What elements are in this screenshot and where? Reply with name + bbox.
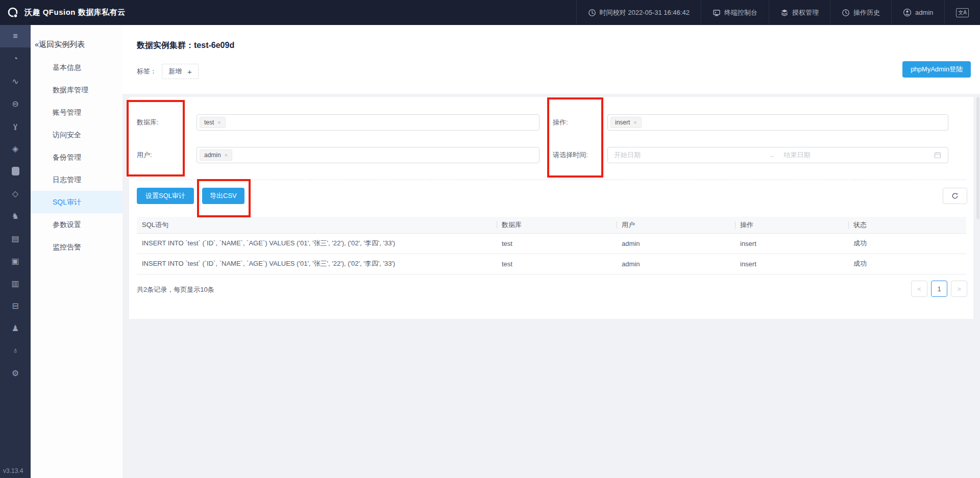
translate-icon: 文A <box>956 8 969 17</box>
remove-user-tag-icon[interactable]: × <box>225 152 228 158</box>
plus-icon: + <box>187 67 192 76</box>
col-operation: 操作 <box>735 217 848 233</box>
tag-row: 标签： 新增 + <box>137 64 199 79</box>
time-check-item[interactable]: 时间校对 2022-05-31 16:46:42 <box>576 0 701 25</box>
col-database: 数据库 <box>497 217 617 233</box>
clock-icon <box>588 9 596 17</box>
col-sql-statement: SQL语句 <box>137 217 497 233</box>
col-status: 状态 <box>848 217 966 233</box>
remove-operation-tag-icon[interactable]: × <box>633 119 636 125</box>
instance-sidebar: «返回实例列表 基本信息数据库管理账号管理访问安全备份管理日志管理SQL审计参数… <box>31 25 122 478</box>
sidebar-menu: 基本信息数据库管理账号管理访问安全备份管理日志管理SQL审计参数设置监控告警 <box>31 56 122 258</box>
prev-page-button[interactable]: < <box>911 281 927 297</box>
operation-filter-input[interactable]: insert × <box>607 114 948 131</box>
icon-rail: ≡◔∿⊖ɣ◈◇♞▤▣▥⊟♟♁⚙ v3.13.4 <box>0 25 31 478</box>
menu-collapse-icon[interactable]: ≡ <box>0 25 31 47</box>
back-to-instance-list[interactable]: «返回实例列表 <box>31 25 122 56</box>
operation-tag-chip[interactable]: insert × <box>610 117 642 128</box>
users-group-icon[interactable]: ♟ <box>0 317 31 339</box>
next-page-button[interactable]: > <box>951 281 967 297</box>
configure-sql-audit-button[interactable]: 设置SQL审计 <box>137 188 194 204</box>
topbar: 沃趣 QFusion 数据库私有云 时间校对 2022-05-31 16:46:… <box>0 0 980 25</box>
export-csv-button[interactable]: 导出CSV <box>202 188 244 204</box>
refresh-button[interactable] <box>943 188 967 204</box>
cluster-label: 数据实例集群： <box>137 41 194 49</box>
save-floppy-icon[interactable]: ⊟ <box>0 294 31 317</box>
operation-history-item[interactable]: 操作历史 <box>830 0 891 25</box>
user-menu-item[interactable]: admin <box>891 0 944 25</box>
vertical-scrollbar[interactable] <box>976 97 979 219</box>
sidebar-item-1[interactable]: 基本信息 <box>31 56 122 79</box>
user-filter-label: 用户: <box>137 147 152 163</box>
user-avatar-icon <box>903 8 912 17</box>
table-header-row: SQL语句 数据库 用户 操作 状态 <box>137 217 966 233</box>
cube-icon[interactable]: ◇ <box>0 182 31 205</box>
logs-document-icon[interactable]: ▤ <box>0 227 31 249</box>
container-block-icon[interactable] <box>0 160 31 182</box>
database-tag-chip[interactable]: test × <box>200 117 226 128</box>
cell-database: test <box>497 254 617 274</box>
cluster-name: test-6e09d <box>194 41 234 49</box>
cell-user: admin <box>617 254 735 274</box>
cell-database: test <box>497 233 617 254</box>
operation-filter-label: 操作: <box>553 114 568 131</box>
start-date-placeholder[interactable]: 开始日期 <box>614 150 764 160</box>
language-switch-item[interactable]: 文A <box>944 0 980 25</box>
toolbox-icon[interactable]: ▥ <box>0 272 31 294</box>
container-block-shape <box>12 167 19 175</box>
user-tag-chip[interactable]: admin × <box>200 149 232 161</box>
layers-stack-icon[interactable]: ◈ <box>0 137 31 160</box>
sidebar-item-6[interactable]: 日志管理 <box>31 168 122 191</box>
page-header: 数据实例集群：test-6e09d 标签： 新增 + phpMyAdmin登陆 <box>122 25 980 94</box>
table-row: INSERT INTO `test` (`ID`, `NAME`, `AGE`)… <box>137 254 966 274</box>
terminal-console-label: 终端控制台 <box>724 8 757 17</box>
elephant-db-icon[interactable]: ♞ <box>0 205 31 227</box>
authorization-item[interactable]: 授权管理 <box>769 0 830 25</box>
terminal-monitor-icon <box>713 9 721 17</box>
col-user: 用户 <box>617 217 735 233</box>
user-filter-input[interactable]: admin × <box>197 147 540 163</box>
sql-audit-panel: 数据库: test × 操作: insert × 用户: admin × 请选择… <box>129 97 973 319</box>
shark-db-icon[interactable]: ∿ <box>0 70 31 92</box>
table-row: INSERT INTO `test` (`ID`, `NAME`, `AGE`)… <box>137 233 966 254</box>
oval-db-icon[interactable]: ⊖ <box>0 92 31 115</box>
database-filter-label: 数据库: <box>137 114 159 131</box>
date-range-input[interactable]: 开始日期 → 结束日期 <box>607 147 948 163</box>
cell-status: 成功 <box>848 233 966 254</box>
phpmyadmin-login-button[interactable]: phpMyAdmin登陆 <box>902 61 971 78</box>
location-pin-icon[interactable]: ♁ <box>0 339 31 362</box>
sidebar-item-5[interactable]: 备份管理 <box>31 146 122 168</box>
operation-history-label: 操作历史 <box>853 8 880 17</box>
sidebar-item-9[interactable]: 监控告警 <box>31 236 122 258</box>
username-label: admin <box>915 9 933 16</box>
time-filter-label: 请选择时间: <box>553 147 588 163</box>
terminal-console-item[interactable]: 终端控制台 <box>701 0 769 25</box>
end-date-placeholder[interactable]: 结束日期 <box>779 150 934 160</box>
sidebar-item-3[interactable]: 账号管理 <box>31 101 122 123</box>
operation-tag-text: insert <box>615 119 630 126</box>
authorization-label: 授权管理 <box>792 8 819 17</box>
monitor-settings-icon[interactable]: ⚙ <box>0 362 31 384</box>
refresh-icon <box>951 192 959 200</box>
bird-service-icon[interactable]: ɣ <box>0 115 31 137</box>
sidebar-item-7[interactable]: SQL审计 <box>31 191 122 213</box>
layers-icon <box>780 9 789 17</box>
sidebar-item-4[interactable]: 访问安全 <box>31 123 122 146</box>
page-1-button[interactable]: 1 <box>931 281 947 297</box>
pagination: < 1 > <box>911 281 967 297</box>
version-label: v3.13.4 <box>3 467 23 474</box>
add-tag-text: 新增 <box>168 67 182 76</box>
icon-rail-items: ≡◔∿⊖ɣ◈◇♞▤▣▥⊟♟♁⚙ <box>0 25 31 384</box>
database-tag-text: test <box>204 119 214 126</box>
sidebar-item-2[interactable]: 数据库管理 <box>31 79 122 101</box>
database-filter-input[interactable]: test × <box>197 114 540 131</box>
remove-database-tag-icon[interactable]: × <box>217 119 220 125</box>
filter-separator <box>137 180 966 180</box>
sidebar-item-8[interactable]: 参数设置 <box>31 213 122 236</box>
app-brand: 沃趣 QFusion 数据库私有云 <box>0 6 126 19</box>
app-title: 沃趣 QFusion 数据库私有云 <box>24 8 126 17</box>
terminal-monitor-icon[interactable]: ▣ <box>0 249 31 272</box>
dashboard-gauge-icon[interactable]: ◔ <box>0 47 31 70</box>
calendar-icon <box>934 151 942 159</box>
add-tag-button[interactable]: 新增 + <box>162 64 199 79</box>
